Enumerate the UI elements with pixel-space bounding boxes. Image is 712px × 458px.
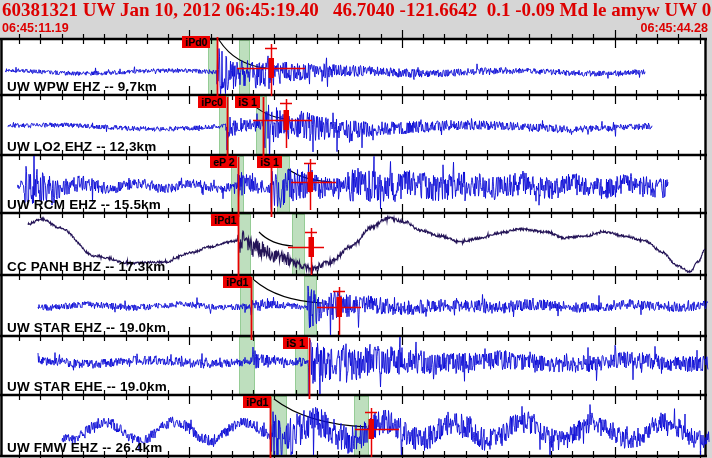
pick-flag[interactable]: iS 1 xyxy=(235,96,260,108)
pick-flag[interactable]: eP 2 xyxy=(210,156,237,168)
seismic-analysis-window: UW WPW EHZ -- 9.7kmiPd0UW LO2 EHZ -- 12.… xyxy=(0,0,712,458)
window-end-time: 06:45:44.28 xyxy=(641,21,708,35)
pick-flag[interactable]: iPd0 xyxy=(182,36,210,48)
pick-flag[interactable]: iPc0 xyxy=(198,96,226,108)
window-start-time: 06:45:11.19 xyxy=(2,21,69,35)
pick-flag[interactable]: iPd1 xyxy=(211,214,239,226)
event-header: 60381321 UW Jan 10, 2012 06:45:19.40 46.… xyxy=(2,0,712,21)
seismogram-canvas[interactable] xyxy=(0,0,712,458)
pick-flag[interactable]: iS 1 xyxy=(283,337,308,349)
pick-flag[interactable]: iPd1 xyxy=(223,276,251,288)
pick-flag[interactable]: iPd1 xyxy=(243,396,271,408)
pick-flag[interactable]: iS 1 xyxy=(257,156,282,168)
